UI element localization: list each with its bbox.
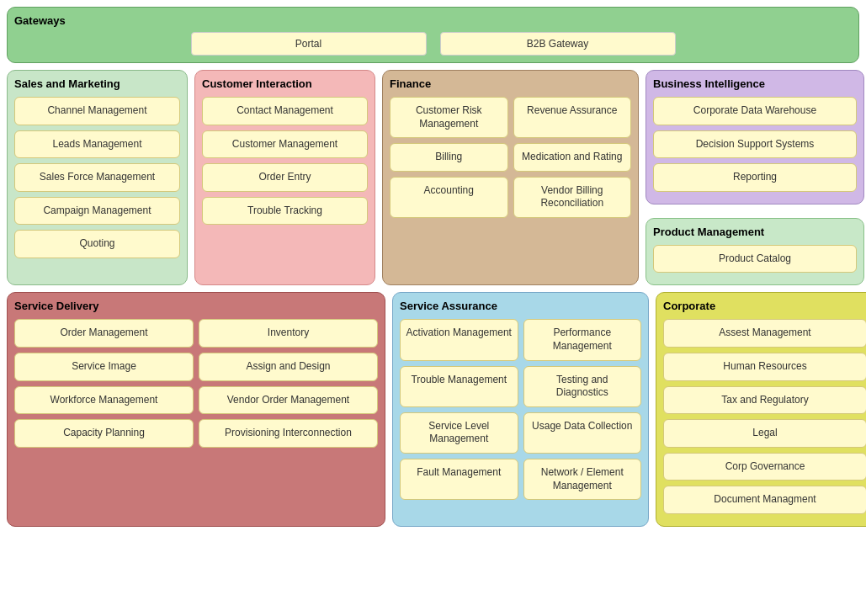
finance-grid: Customer Risk Management Revenue Assuran… [390, 97, 631, 218]
portal-gateway[interactable]: Portal [191, 32, 427, 56]
service-assurance-section: Service Assurance Activation Management … [392, 292, 649, 527]
list-item[interactable]: Assest Management [663, 319, 866, 348]
corporate-section: Corporate Assest Management Human Resour… [656, 292, 866, 527]
gateways-row: Portal B2B Gateway [14, 32, 852, 56]
list-item[interactable]: Trouble Management [400, 366, 518, 407]
service-assurance-title: Service Assurance [400, 300, 641, 312]
list-item[interactable]: Activation Management [400, 319, 518, 360]
list-item[interactable]: Order Entry [202, 163, 368, 192]
list-item[interactable]: Workforce Management [14, 386, 194, 415]
corporate-title: Corporate [663, 300, 866, 312]
service-delivery-title: Service Delivery [14, 300, 378, 312]
list-item[interactable]: Order Management [14, 319, 194, 348]
right-column: Business Intelligence Corporate Data War… [646, 70, 864, 285]
list-item[interactable]: Reporting [653, 163, 857, 192]
list-item[interactable]: Provisioning Interconnection [199, 419, 378, 448]
list-item[interactable]: Trouble Tracking [202, 197, 368, 226]
bi-title: Business Intelligence [653, 77, 857, 90]
list-item[interactable]: Sales Force Management [14, 163, 180, 192]
list-item[interactable]: Decision Support Systems [653, 130, 857, 159]
finance-section: Finance Customer Risk Management Revenue… [382, 70, 639, 285]
page-container: Gateways Portal B2B Gateway Sales and Ma… [7, 7, 859, 527]
list-item[interactable]: Campaign Management [14, 197, 180, 226]
product-title: Product Management [653, 226, 857, 238]
list-item[interactable]: Tax and Regulatory [663, 386, 866, 415]
list-item[interactable]: Leads Management [14, 130, 180, 159]
bi-section: Business Intelligence Corporate Data War… [646, 70, 864, 204]
list-item[interactable]: Inventory [199, 319, 378, 348]
b2b-gateway[interactable]: B2B Gateway [440, 32, 676, 56]
service-delivery-section: Service Delivery Order Management Invent… [7, 292, 385, 527]
list-item[interactable]: Product Catalog [653, 245, 857, 273]
list-item[interactable]: Quoting [14, 230, 180, 258]
list-item[interactable]: Fault Management [400, 459, 518, 500]
list-item[interactable]: Assign and Design [199, 353, 378, 381]
gateways-title: Gateways [14, 14, 852, 27]
list-item[interactable]: Service Level Management [400, 412, 518, 454]
service-delivery-inner: Order Management Inventory Service Image… [14, 319, 378, 447]
finance-title: Finance [390, 77, 631, 90]
bottom-grid: Service Delivery Order Management Invent… [7, 292, 859, 527]
list-item[interactable]: Network / Element Management [523, 459, 642, 500]
sales-title: Sales and Marketing [14, 77, 180, 90]
list-item[interactable]: Service Image [14, 353, 194, 381]
product-section: Product Management Product Catalog [646, 218, 864, 286]
list-item[interactable]: Accounting [390, 177, 508, 218]
list-item[interactable]: Usage Data Collection [523, 412, 642, 454]
list-item[interactable]: Customer Management [202, 130, 368, 159]
list-item[interactable]: Vendor Billing Reconciliation [513, 177, 632, 218]
customer-title: Customer Interaction [202, 77, 368, 90]
list-item[interactable]: Performance Management [523, 319, 642, 360]
list-item[interactable]: Medication and Rating [513, 143, 632, 172]
list-item[interactable]: Contact Management [202, 97, 368, 125]
list-item[interactable]: Legal [663, 419, 866, 448]
list-item[interactable]: Document Managment [663, 486, 866, 514]
list-item[interactable]: Revenue Assurance [513, 97, 632, 138]
list-item[interactable]: Billing [390, 143, 508, 172]
list-item[interactable]: Channel Management [14, 97, 180, 125]
list-item[interactable]: Testing and Diagnostics [523, 366, 642, 407]
service-assurance-inner: Activation Management Performance Manage… [400, 319, 641, 500]
list-item[interactable]: Human Resources [663, 353, 866, 381]
top-grid: Sales and Marketing Channel Management L… [7, 70, 859, 285]
list-item[interactable]: Corp Governance [663, 453, 866, 481]
gateways-section: Gateways Portal B2B Gateway [7, 7, 859, 63]
list-item[interactable]: Customer Risk Management [390, 97, 508, 138]
list-item[interactable]: Vendor Order Management [199, 386, 378, 415]
customer-section: Customer Interaction Contact Management … [194, 70, 375, 285]
list-item[interactable]: Capacity Planning [14, 419, 194, 448]
sales-section: Sales and Marketing Channel Management L… [7, 70, 188, 285]
list-item[interactable]: Corporate Data Warehouse [653, 97, 857, 125]
